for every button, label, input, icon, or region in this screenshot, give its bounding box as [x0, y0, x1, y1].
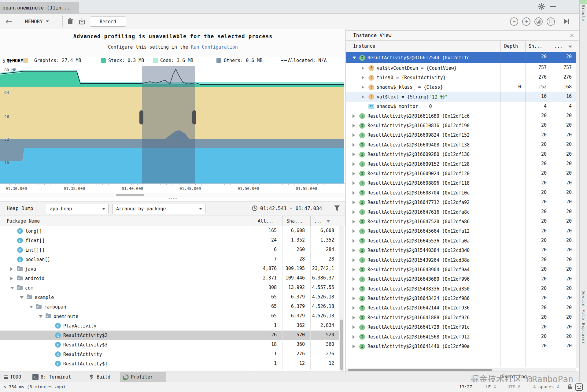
instance-row[interactable]: IResultActivity$2@316610816 (0x12df19020… [346, 121, 576, 130]
memory-timeline-chart[interactable]: 80 MB64483216 Dump (04.492) [0, 66, 346, 183]
reset-zoom-button[interactable] [534, 14, 543, 29]
expand-slot[interactable] [353, 316, 359, 320]
selected-instance-row[interactable]: IResultActivity$2@316612544 (0x12df1fc20… [346, 52, 576, 63]
expand-slot[interactable] [362, 95, 368, 99]
column-header[interactable]: Depth [504, 43, 518, 49]
expand-slot[interactable] [353, 181, 359, 185]
expand-slot[interactable] [353, 191, 359, 195]
instance-row[interactable]: IResultActivity$2@316645664 (0x12dfa1220… [346, 227, 576, 236]
column-header[interactable]: Sha... [286, 218, 303, 224]
instance-row[interactable]: IResultActivity$2@316641568 (0x12df91220… [346, 332, 576, 342]
instance-row[interactable]: IResultActivity$2@316608896 (0x12df11820… [346, 179, 576, 188]
encoding-selector[interactable]: UTF-8 [508, 384, 520, 389]
selection-right-handle[interactable] [192, 110, 196, 124]
field-row[interactable]: fval$text = {String} "12 秒"1616 [346, 92, 576, 102]
instance-row[interactable]: IResultActivity$2@316643680 (0x12df99620… [346, 275, 576, 284]
table-row[interactable]: cint[][]6260284 [0, 245, 339, 255]
package-scrollbar-thumb[interactable] [340, 320, 343, 370]
gear-icon[interactable] [538, 3, 545, 10]
instance-row[interactable]: IResultActivity$2@316642144 (0x12df93620… [346, 303, 576, 313]
gradle-tool-button[interactable]: Gradle [581, 5, 586, 21]
selection-left-handle[interactable] [139, 110, 143, 124]
expand-slot[interactable] [353, 162, 359, 166]
filter-icon[interactable] [334, 205, 340, 212]
device-file-explorer-tool-button[interactable]: Device File Explorer [581, 290, 586, 345]
instance-vscrollbar[interactable] [576, 52, 579, 368]
expand-slot[interactable] [362, 66, 368, 70]
expand-slot[interactable] [353, 143, 359, 147]
package-table-header[interactable]: Package NameAll...Sha...... [0, 216, 346, 226]
column-header[interactable]: All... [258, 218, 274, 224]
table-row[interactable]: oneminute656,3794,526,18 [0, 312, 339, 321]
instance-row[interactable]: IResultActivity$2@315438336 (0x12cd35020… [346, 284, 576, 294]
terminal-tab[interactable]: >_ 8: Terminal [29, 372, 74, 382]
instance-row[interactable]: IResultActivity$2@315440384 (0x12cd3d020… [346, 246, 576, 255]
table-row[interactable]: cResultActivity$111212 [0, 359, 339, 368]
record-button[interactable]: Record [90, 17, 126, 27]
minimize-icon[interactable] [550, 6, 556, 7]
field-row[interactable]: fval$tvCountDown = {CountView}757757 [346, 63, 576, 73]
table-row[interactable]: example656,3794,526,18 [0, 293, 339, 302]
build-tab[interactable]: Build [86, 372, 113, 382]
todo-tab[interactable]: TODO [1, 372, 24, 382]
selection-overlay[interactable] [142, 66, 195, 183]
table-row[interactable]: cResultActivity$318360360 [0, 340, 339, 349]
instance-row[interactable]: IResultActivity$2@316645536 (0x12dfa0a20… [346, 236, 576, 246]
column-header[interactable]: Sh... [529, 43, 542, 49]
field-row[interactable]: fthis$0 = {ResultActivity}276276 [346, 73, 576, 82]
zoom-in-button[interactable]: + [522, 14, 530, 29]
instance-row[interactable]: IResultActivity$2@316643904 (0x12df9a420… [346, 265, 576, 274]
expand-slot[interactable] [353, 124, 359, 128]
expand-slot[interactable] [353, 210, 359, 214]
expand-slot[interactable] [353, 220, 359, 224]
package-scrollbar[interactable] [339, 226, 344, 372]
expand-slot[interactable] [353, 239, 359, 243]
jump-to-live-button[interactable] [563, 14, 570, 29]
expand-slot[interactable] [353, 287, 359, 291]
instance-row[interactable]: IResultActivity$2@316609024 (0x12df12020… [346, 169, 576, 178]
delete-icon[interactable] [67, 14, 73, 29]
expand-slot[interactable] [353, 277, 359, 281]
run-configuration-link[interactable]: Run Configuration [191, 44, 238, 50]
table-row[interactable]: java4,876309,19523,742,1 [0, 264, 339, 274]
export-icon[interactable] [78, 14, 86, 29]
instance-row[interactable]: IResultActivity$2@316609280 (0x12df13020… [346, 150, 576, 159]
expand-slot[interactable] [20, 296, 27, 299]
expand-slot[interactable] [353, 249, 359, 252]
field-row[interactable]: fshadow$_klass_ = {Class}0152168 [346, 83, 576, 92]
line-ending-selector[interactable]: LF ↕ [485, 384, 497, 389]
table-row[interactable]: cResultActivity$226520520 [0, 331, 339, 340]
expand-slot[interactable] [29, 306, 36, 308]
expand-slot[interactable] [353, 229, 359, 233]
instance-row[interactable]: IResultActivity$2@316641440 (0x12df90a20… [346, 342, 576, 351]
instance-row[interactable]: IResultActivity$2@315439264 (0x12cd38a20… [346, 255, 576, 265]
splitter-handle[interactable] [167, 198, 179, 201]
lock-icon[interactable] [567, 384, 572, 390]
heap-select-dropdown[interactable]: app heap [46, 204, 109, 214]
expand-slot[interactable] [353, 306, 359, 310]
caret-position[interactable]: 13:27 [459, 384, 472, 389]
instance-hscrollbar[interactable] [346, 368, 576, 372]
table-row[interactable]: com30813,9924,557,55 [0, 283, 339, 293]
instance-row[interactable]: IResultActivity$2@316641728 (0x12df91c20… [346, 323, 576, 332]
chart-scrollbar[interactable] [0, 193, 346, 198]
profiler-tab[interactable]: Profiler [120, 372, 166, 382]
column-header[interactable]: ... [314, 218, 322, 224]
indent-selector[interactable]: 4 spaces ↕ [533, 384, 560, 389]
instance-row[interactable]: IResultActivity$2@316647520 (0x12dfa8620… [346, 217, 576, 226]
table-row[interactable]: rambopan656,3794,526,18 [0, 302, 339, 312]
instance-row[interactable]: IResultActivity$2@316608704 (0x12df10c20… [346, 188, 576, 198]
instance-row[interactable]: IResultActivity$2@316611680 (0x12df1c620… [346, 111, 576, 121]
event-log-tab[interactable]: Event Log [502, 374, 527, 379]
field-row[interactable]: 01shadow$_monitor_ = 044 [346, 102, 576, 111]
instance-row[interactable]: IResultActivity$2@316609824 (0x12df15220… [346, 131, 576, 140]
table-row[interactable]: cfloat[]241,3521,352 [0, 236, 339, 245]
expand-slot[interactable] [353, 297, 359, 300]
instance-hscrollbar-thumb[interactable] [348, 369, 492, 371]
table-row[interactable]: cboolean[]72828 [0, 255, 339, 264]
expand-slot[interactable] [362, 76, 368, 80]
table-row[interactable]: cPlayActivity13622,834 [0, 321, 339, 331]
expand-slot[interactable] [353, 335, 359, 339]
table-row[interactable]: cResultActivity1276276 [0, 349, 339, 359]
expand-slot[interactable] [353, 201, 359, 204]
